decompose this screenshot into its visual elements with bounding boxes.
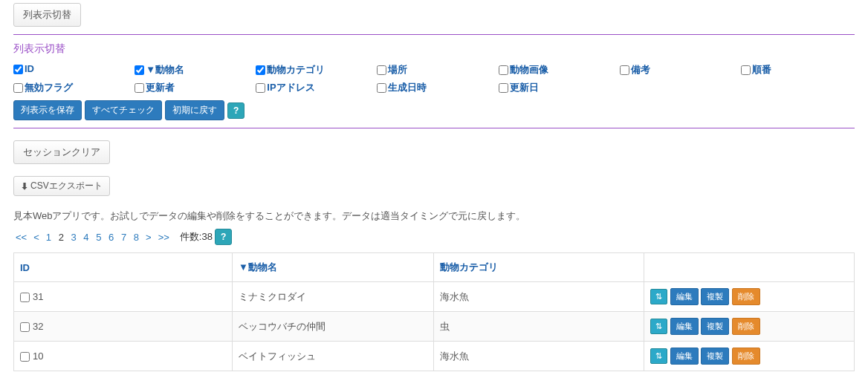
th-id[interactable]: ID xyxy=(14,253,233,282)
column-toggle-grid: ID▼動物名動物カテゴリ場所動物画像備考順番無効フラグ更新者IPアドレス生成日時… xyxy=(13,63,855,94)
cell-id: 32 xyxy=(14,312,233,342)
column-toggle-label[interactable]: 動物画像 xyxy=(510,64,548,75)
sort-button[interactable]: ⇅ xyxy=(650,289,667,304)
data-table: ID ▼動物名 動物カテゴリ 31ミナミクロダイ海水魚⇅ 編集 複製 削除32ベ… xyxy=(13,252,855,371)
pager-page[interactable]: 1 xyxy=(44,232,54,243)
column-toggle-checkbox[interactable] xyxy=(741,65,751,75)
pager-page[interactable]: 8 xyxy=(132,232,141,243)
column-toggle-item: ID xyxy=(13,63,127,76)
column-toggle-item: ▼動物名 xyxy=(135,63,248,76)
column-toggle-label[interactable]: 更新日 xyxy=(510,82,539,93)
reset-columns-button[interactable]: 初期に戻す xyxy=(165,100,224,120)
toggle-section-title: 列表示切替 xyxy=(13,42,855,56)
column-toggle-label[interactable]: 更新者 xyxy=(146,82,175,93)
column-toggle-checkbox[interactable] xyxy=(13,83,23,93)
download-icon: ⬇ xyxy=(21,181,28,192)
column-toggle-label[interactable]: ID xyxy=(25,63,34,74)
cell-id: 31 xyxy=(14,282,233,312)
pager: << < 1 2 3 4 5 6 7 8 > >> 件数:38 ? xyxy=(13,229,855,245)
column-toggle-checkbox[interactable] xyxy=(256,83,265,93)
column-toggle-item: 更新日 xyxy=(499,81,612,94)
pager-count: 件数:38 xyxy=(180,230,213,244)
row-checkbox[interactable] xyxy=(20,352,30,362)
cell-name: ミナミクロダイ xyxy=(233,282,434,312)
copy-button[interactable]: 複製 xyxy=(701,288,729,305)
column-toggle-item: 動物画像 xyxy=(499,63,612,76)
cell-id: 10 xyxy=(14,342,233,371)
column-toggle-label[interactable]: 順番 xyxy=(752,64,771,75)
column-toggle-label[interactable]: 無効フラグ xyxy=(25,82,73,93)
copy-button[interactable]: 複製 xyxy=(701,348,729,365)
edit-button[interactable]: 編集 xyxy=(670,348,699,365)
edit-button[interactable]: 編集 xyxy=(670,288,699,305)
column-toggle-item: 場所 xyxy=(377,63,490,76)
column-toggle-item: 無効フラグ xyxy=(13,81,127,94)
pager-last[interactable]: >> xyxy=(156,232,172,243)
csv-export-label: CSVエクスポート xyxy=(30,180,103,192)
edit-button[interactable]: 編集 xyxy=(670,318,699,335)
column-toggle-checkbox[interactable] xyxy=(256,65,265,75)
column-toggle-checkbox[interactable] xyxy=(499,65,508,75)
sort-button[interactable]: ⇅ xyxy=(650,348,667,364)
pager-page[interactable]: 6 xyxy=(106,232,116,243)
row-checkbox[interactable] xyxy=(20,293,30,302)
divider xyxy=(13,34,855,35)
cell-actions: ⇅ 編集 複製 削除 xyxy=(644,282,855,312)
column-toggle-label[interactable]: 生成日時 xyxy=(388,82,427,93)
th-actions xyxy=(644,253,855,282)
pager-page[interactable]: 4 xyxy=(81,232,91,243)
divider xyxy=(13,128,855,128)
column-toggle-checkbox[interactable] xyxy=(135,65,144,75)
column-buttons-row: 列表示を保存 すべてチェック 初期に戻す ? xyxy=(13,100,855,120)
table-row: 10ベイトフィッシュ海水魚⇅ 編集 複製 削除 xyxy=(14,342,855,371)
pager-first[interactable]: << xyxy=(13,232,29,243)
column-toggle-item: 更新者 xyxy=(135,81,248,94)
pager-page[interactable]: 5 xyxy=(94,232,103,243)
cell-category: 海水魚 xyxy=(434,342,644,371)
column-toggle-item: 動物カテゴリ xyxy=(256,63,369,76)
pager-help-button[interactable]: ? xyxy=(215,229,232,245)
column-toggle-checkbox[interactable] xyxy=(620,65,629,75)
pager-page[interactable]: 7 xyxy=(119,232,129,243)
column-toggle-checkbox[interactable] xyxy=(13,65,23,74)
info-text: 見本Webアプリです。お試しでデータの編集や削除をすることができます。データは適… xyxy=(13,209,855,223)
session-clear-button[interactable]: セッションクリア xyxy=(13,140,110,164)
pager-next[interactable]: > xyxy=(143,232,154,243)
check-all-button[interactable]: すべてチェック xyxy=(85,100,162,120)
save-columns-button[interactable]: 列表示を保存 xyxy=(13,100,82,120)
th-name[interactable]: ▼動物名 xyxy=(233,253,434,282)
copy-button[interactable]: 複製 xyxy=(701,318,729,335)
column-toggle-checkbox[interactable] xyxy=(377,65,386,75)
cell-actions: ⇅ 編集 複製 削除 xyxy=(644,342,855,371)
cell-name: ベイトフィッシュ xyxy=(233,342,434,371)
column-toggle-checkbox[interactable] xyxy=(377,83,386,93)
cell-category: 虫 xyxy=(434,312,644,342)
column-toggle-item: 生成日時 xyxy=(377,81,490,94)
delete-button[interactable]: 削除 xyxy=(732,318,760,335)
column-toggle-checkbox[interactable] xyxy=(135,83,144,93)
pager-page[interactable]: 3 xyxy=(69,232,79,243)
column-toggle-label[interactable]: 場所 xyxy=(388,64,407,75)
table-row: 31ミナミクロダイ海水魚⇅ 編集 複製 削除 xyxy=(14,282,855,312)
column-toggle-label[interactable]: 備考 xyxy=(631,64,650,75)
column-toggle-item: IPアドレス xyxy=(256,81,369,94)
cell-actions: ⇅ 編集 複製 削除 xyxy=(644,312,855,342)
help-button[interactable]: ? xyxy=(227,102,244,119)
column-toggle-item: 順番 xyxy=(741,63,855,76)
column-toggle-label[interactable]: ▼動物名 xyxy=(146,64,184,75)
th-category[interactable]: 動物カテゴリ xyxy=(434,253,644,282)
table-row: 32ベッコウバチの仲間虫⇅ 編集 複製 削除 xyxy=(14,312,855,342)
row-checkbox[interactable] xyxy=(20,322,30,332)
column-toggle-label[interactable]: 動物カテゴリ xyxy=(267,64,325,75)
pager-prev[interactable]: < xyxy=(31,232,42,243)
column-toggle-checkbox[interactable] xyxy=(499,83,508,93)
delete-button[interactable]: 削除 xyxy=(732,288,760,305)
delete-button[interactable]: 削除 xyxy=(732,348,760,365)
sort-button[interactable]: ⇅ xyxy=(650,319,667,334)
csv-export-button[interactable]: ⬇ CSVエクスポート xyxy=(13,176,110,196)
column-toggle-item: 備考 xyxy=(620,63,733,76)
pager-current: 2 xyxy=(56,232,66,243)
cell-category: 海水魚 xyxy=(434,282,644,312)
column-toggle-label[interactable]: IPアドレス xyxy=(267,82,314,93)
toggle-columns-button[interactable]: 列表示切替 xyxy=(13,3,81,27)
